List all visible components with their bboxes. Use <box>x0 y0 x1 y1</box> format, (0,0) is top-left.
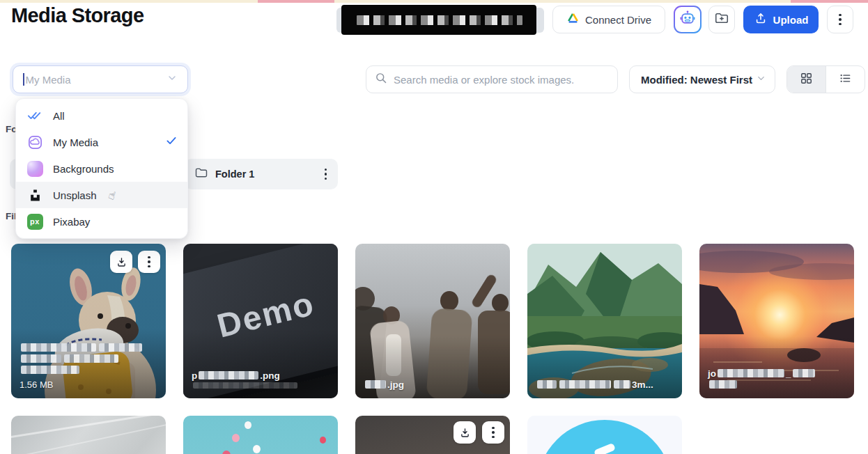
card-more-button[interactable] <box>482 421 504 444</box>
text-caret <box>23 73 24 86</box>
search-input[interactable] <box>394 74 609 86</box>
list-view-button[interactable] <box>826 66 865 93</box>
search-icon <box>375 72 387 87</box>
media-card-sunset[interactable]: jo_ <box>699 244 854 398</box>
header-more-button[interactable] <box>827 6 853 33</box>
file-name: jo_ <box>708 368 846 390</box>
redacted-text <box>357 15 522 25</box>
hover-overlay <box>355 244 510 398</box>
card-more-button[interactable] <box>138 251 160 273</box>
kebab-icon <box>839 14 842 26</box>
chevron-down-icon <box>756 73 766 86</box>
menu-item-label: Unsplash <box>53 189 97 201</box>
menu-item-pixabay[interactable]: px Pixabay <box>16 208 187 235</box>
folder-plus-icon <box>714 10 729 29</box>
file-meta: 1.56 MB <box>20 342 157 390</box>
connect-drive-button[interactable]: Connect Drive <box>552 6 665 33</box>
file-name: .jpg <box>364 379 502 390</box>
collection-filter-placeholder: My Media <box>26 74 167 86</box>
sort-label: Modified: Newest First <box>641 74 752 86</box>
google-drive-icon <box>566 12 580 28</box>
folder-card[interactable]: Folder 1 <box>185 159 338 189</box>
download-icon <box>459 427 471 439</box>
collection-filter-dropdown[interactable]: My Media <box>13 65 188 93</box>
menu-item-label: Pixabay <box>53 216 90 228</box>
pixabay-icon: px <box>26 214 44 230</box>
file-size: 1.56 MB <box>20 379 157 390</box>
top-edge-strip <box>0 0 868 3</box>
search-bar[interactable] <box>366 65 618 93</box>
file-name: p.png <box>192 370 330 381</box>
download-icon <box>116 256 127 268</box>
file-name: 3m... <box>536 379 674 390</box>
chevron-down-icon <box>166 72 178 86</box>
my-media-icon <box>26 134 44 150</box>
double-check-icon <box>26 109 44 122</box>
sort-dropdown[interactable]: Modified: Newest First <box>629 65 775 93</box>
menu-item-label: My Media <box>53 136 98 148</box>
download-button[interactable] <box>454 421 476 444</box>
upload-button[interactable]: Upload <box>743 6 819 33</box>
menu-item-my-media[interactable]: My Media <box>16 129 187 155</box>
media-card-demo[interactable]: Demo p.png <box>183 244 338 398</box>
kebab-icon <box>148 256 150 268</box>
file-meta: p.png <box>192 370 330 390</box>
media-card-logo[interactable] <box>527 416 682 454</box>
folder-more-button[interactable] <box>322 166 330 183</box>
file-meta: 3m... <box>536 379 674 390</box>
grid-view-button[interactable] <box>787 66 826 93</box>
new-folder-button[interactable] <box>708 6 735 33</box>
menu-item-all[interactable]: All <box>16 102 187 129</box>
media-card-balloons[interactable] <box>183 416 338 454</box>
hand-cursor-icon: ☝ <box>107 187 117 202</box>
file-name-redacted <box>20 342 157 353</box>
folder-name: Folder 1 <box>215 169 315 180</box>
check-icon <box>165 134 178 150</box>
media-card-mountains[interactable]: 3m... <box>527 244 682 398</box>
menu-item-backgrounds[interactable]: Backgrounds <box>16 155 187 182</box>
pixabay-badge: px <box>27 214 43 230</box>
menu-item-label: All <box>53 110 65 122</box>
unsplash-icon <box>26 189 44 202</box>
hover-overlay <box>527 244 682 398</box>
redacted-region[interactable] <box>341 5 536 35</box>
file-meta: .jpg <box>364 379 502 390</box>
collection-menu: All My Media Backgrounds Unsplash <box>15 98 188 239</box>
upload-icon <box>754 11 768 28</box>
media-storage-app: Media Storage Connect Drive <box>0 0 868 454</box>
grid-icon <box>800 72 813 88</box>
connect-drive-label: Connect Drive <box>585 14 651 26</box>
file-meta: jo_ <box>708 368 846 390</box>
media-card-dog[interactable]: 1.56 MB <box>11 244 166 398</box>
media-card-people[interactable]: .jpg <box>355 244 510 398</box>
media-card-dark[interactable] <box>355 416 510 454</box>
ai-assistant-button[interactable] <box>674 6 702 33</box>
backgrounds-swatch-icon <box>26 161 44 177</box>
kebab-icon <box>492 427 495 439</box>
download-button[interactable] <box>110 251 132 273</box>
folder-icon <box>194 166 208 182</box>
media-card-clouds[interactable] <box>11 416 166 454</box>
upload-label: Upload <box>773 14 809 26</box>
robot-icon <box>679 10 696 29</box>
menu-item-label: Backgrounds <box>53 163 114 175</box>
menu-item-unsplash[interactable]: Unsplash ☝ <box>16 182 187 208</box>
list-icon <box>839 72 852 88</box>
page-title: Media Storage <box>11 4 144 27</box>
view-toggle <box>786 65 865 93</box>
